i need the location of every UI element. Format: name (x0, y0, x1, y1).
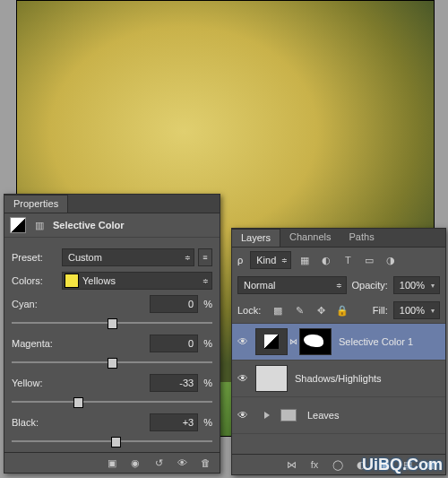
add-mask-icon[interactable]: ◯ (329, 456, 347, 473)
filter-pixel-icon[interactable]: ▦ (297, 252, 313, 268)
properties-footer: ▣ ◉ ↺ 👁 🗑 (4, 452, 220, 473)
layers-tabbar: Layers Channels Paths (232, 229, 445, 248)
black-slider[interactable] (12, 437, 212, 446)
trash-icon[interactable]: 🗑 (196, 455, 214, 471)
blend-mode-dropdown[interactable]: Normal≑ (237, 276, 347, 294)
layer-name[interactable]: Leaves (302, 410, 339, 421)
color-swatch-yellow (65, 274, 79, 288)
yellow-input[interactable] (150, 374, 198, 392)
visibility-eye-icon[interactable]: 👁 (232, 409, 254, 422)
fill-label: Fill: (373, 305, 388, 316)
properties-tabbar: Properties (4, 195, 220, 213)
adjustment-header: ▥ Selective Color (4, 213, 220, 238)
layer-name[interactable]: Selective Color 1 (333, 336, 413, 347)
opacity-input[interactable]: 100%▾ (393, 276, 440, 294)
black-input[interactable] (150, 413, 198, 431)
link-layers-icon[interactable]: ⋈ (282, 456, 300, 473)
cyan-label: Cyan: (12, 299, 58, 309)
preset-dropdown[interactable]: Custom ≑ (62, 248, 194, 266)
lock-pixels-icon[interactable]: ✎ (291, 302, 307, 318)
adjustment-thumb-icon (264, 335, 279, 349)
black-label: Black: (12, 417, 58, 428)
layer-thumb[interactable] (255, 328, 288, 355)
toggle-visibility-icon[interactable]: 👁 (173, 455, 191, 471)
view-previous-icon[interactable]: ◉ (126, 455, 144, 471)
filter-smart-icon[interactable]: ◑ (383, 252, 399, 268)
magenta-label: Magenta: (12, 338, 58, 349)
folder-icon (280, 409, 297, 422)
layers-panel: Layers Channels Paths ρ Kind≑ ▦ ◐ T ▭ ◑ … (231, 228, 446, 475)
visibility-eye-icon[interactable]: 👁 (232, 335, 254, 348)
cyan-input[interactable] (150, 295, 198, 313)
lock-fill-row: Lock: ▩ ✎ ✥ 🔒 Fill: 100%▾ (232, 298, 445, 323)
magenta-input[interactable] (150, 335, 198, 352)
tab-paths[interactable]: Paths (340, 229, 383, 247)
lock-transparent-icon[interactable]: ▩ (270, 302, 286, 318)
clip-to-layer-icon[interactable]: ▣ (103, 455, 121, 471)
filter-shape-icon[interactable]: ▭ (361, 252, 377, 268)
opacity-label: Opacity: (352, 280, 388, 291)
visibility-eye-icon[interactable]: 👁 (232, 372, 254, 385)
chevron-updown-icon: ≑ (201, 277, 210, 285)
layer-style-icon[interactable]: fx (306, 456, 323, 473)
tab-properties[interactable]: Properties (4, 195, 68, 213)
chevron-updown-icon: ≑ (183, 254, 192, 262)
colors-dropdown[interactable]: Yellows ≑ (62, 272, 212, 290)
selective-color-icon (10, 217, 26, 233)
layer-filter-row: ρ Kind≑ ▦ ◐ T ▭ ◑ (232, 248, 445, 273)
preset-value: Custom (65, 252, 183, 263)
filter-adjust-icon[interactable]: ◐ (318, 252, 334, 268)
lock-position-icon[interactable]: ✥ (313, 302, 329, 318)
colors-label: Colors: (12, 275, 58, 286)
filter-type-icon[interactable]: T (340, 252, 356, 268)
adjustment-title: Selective Color (53, 220, 124, 230)
layer-list: 👁 ⋈ Selective Color 1 👁 Shadows/Highligh… (232, 323, 445, 434)
blend-opacity-row: Normal≑ Opacity: 100%▾ (232, 273, 445, 298)
link-icon[interactable]: ⋈ (289, 337, 297, 346)
watermark-uibq: UiBQ.Com (362, 456, 443, 474)
tab-layers[interactable]: Layers (232, 229, 280, 247)
layer-row-selective-color[interactable]: 👁 ⋈ Selective Color 1 (232, 324, 445, 361)
layer-row-leaves-group[interactable]: 👁 Leaves (232, 397, 445, 434)
tab-channels[interactable]: Channels (280, 229, 340, 247)
layer-mask-thumb[interactable] (299, 328, 332, 355)
reset-icon[interactable]: ↺ (150, 455, 168, 471)
preset-label: Preset: (12, 252, 58, 263)
filter-kind-dropdown[interactable]: Kind≑ (250, 251, 291, 269)
percent-label: % (203, 299, 212, 309)
filter-kind-label: ρ (237, 255, 243, 265)
fill-input[interactable]: 100%▾ (393, 301, 440, 319)
cyan-slider[interactable] (12, 318, 212, 327)
lock-label: Lock: (237, 305, 264, 316)
preset-menu-button[interactable]: ≡ (198, 248, 212, 266)
layer-thumb[interactable] (255, 365, 288, 392)
mask-mode-icon[interactable]: ▥ (31, 217, 47, 233)
properties-panel: Properties ▥ Selective Color Preset: Cus… (4, 194, 220, 474)
lock-all-icon[interactable]: 🔒 (334, 302, 350, 318)
layer-row-shadows-highlights[interactable]: 👁 Shadows/Highlights (232, 361, 445, 397)
colors-value: Yellows (82, 275, 201, 286)
magenta-slider[interactable] (12, 358, 212, 367)
yellow-slider[interactable] (12, 397, 212, 406)
yellow-label: Yellow: (12, 378, 58, 388)
disclosure-triangle-icon[interactable] (264, 412, 270, 419)
layer-name[interactable]: Shadows/Highlights (289, 373, 382, 384)
